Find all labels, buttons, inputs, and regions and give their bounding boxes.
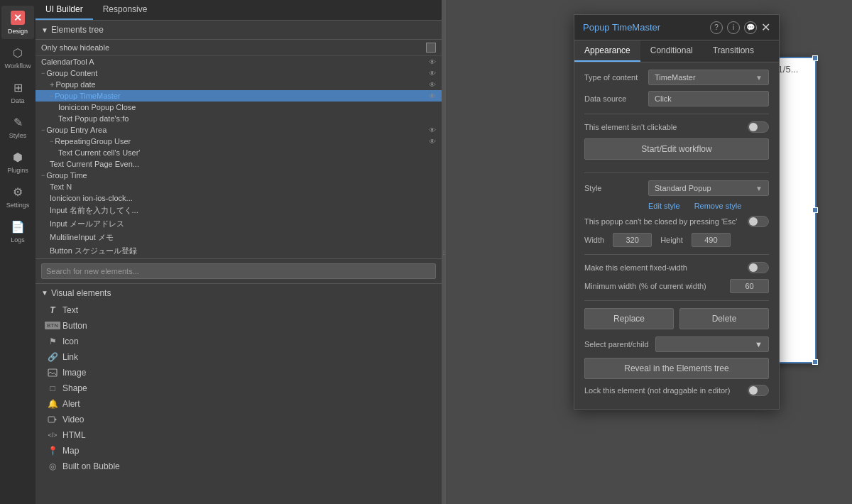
visibility-icon: 👁 (429, 58, 436, 66)
tree-item-group-time[interactable]: − Group Time (36, 170, 442, 181)
handle-mr[interactable] (812, 207, 818, 213)
tab-conditional[interactable]: Conditional (640, 40, 703, 62)
visual-item-video[interactable]: Video (36, 412, 442, 427)
search-input[interactable] (41, 263, 436, 279)
collapse-arrow: − (41, 172, 45, 179)
type-of-content-value: TimeMaster ▼ (648, 70, 769, 85)
select-parent-label: Select parent/child (584, 340, 655, 349)
comment-icon[interactable]: 💬 (744, 21, 757, 34)
width-label: Width (584, 236, 604, 244)
tree-item-button-schedule[interactable]: Button スケジュール登録 (36, 244, 442, 258)
plugins-icon: ⬢ (10, 149, 26, 165)
tree-item-popup-timemaster[interactable]: − Popup TimeMaster 👁 (36, 90, 442, 102)
visual-elements-list: T Text BTN Button ⚑ Icon 🔗 Link (36, 302, 442, 505)
divider-1 (584, 114, 769, 114)
visual-item-label: Image (62, 368, 86, 378)
sidebar-item-data[interactable]: ⊞ Data (1, 75, 34, 109)
tree-item-group-entry[interactable]: − Group Entry Area 👁 (36, 124, 442, 136)
visual-item-icon[interactable]: ⚑ Icon (36, 334, 442, 349)
tree-item-text-current-page[interactable]: Text Current Page Even... (36, 158, 442, 170)
handle-br[interactable] (812, 359, 818, 365)
not-clickable-toggle[interactable] (748, 121, 769, 133)
esc-toggle[interactable] (748, 216, 769, 227)
tree-item-group-content[interactable]: − Group Content 👁 (36, 67, 442, 79)
select-parent-arrow: ▼ (755, 340, 763, 349)
edit-style-link[interactable]: Edit style (648, 202, 680, 210)
handle-tr[interactable] (812, 55, 818, 61)
only-show-checkbox[interactable] (426, 43, 436, 53)
tree-item-label: Text Current Page Even... (50, 160, 139, 168)
tree-item-popup-date[interactable]: + Popup date 👁 (36, 79, 442, 90)
width-input[interactable] (613, 233, 652, 247)
tree-item-ionicicon-clock[interactable]: Ionicicon ion-ios-clock... (36, 192, 442, 204)
visual-item-text[interactable]: T Text (36, 302, 442, 318)
workflow-button[interactable]: Start/Edit workflow (584, 138, 769, 160)
tree-item-repeatinggroup[interactable]: − RepeatingGroup User 👁 (36, 136, 442, 147)
visual-item-html[interactable]: </> HTML (36, 427, 442, 443)
svg-rect-1 (48, 417, 55, 422)
tree-item-calendartool[interactable]: CalendarTool A 👁 (36, 56, 442, 67)
style-row: Style Standard Popup ▼ (584, 180, 769, 196)
visual-item-map[interactable]: 📍 Map (36, 443, 442, 459)
sidebar-item-workflow[interactable]: ⬡ Workflow (1, 40, 34, 74)
remove-style-link[interactable]: Remove style (694, 202, 742, 210)
tree-item-input-email[interactable]: Input メールアドレス (36, 217, 442, 231)
collapse-arrow: − (41, 126, 45, 133)
visual-item-shape[interactable]: □ Shape (36, 380, 442, 396)
data-source-label: Data source (584, 94, 648, 103)
tree-item-text-popup[interactable]: Text Popup date's:fo (36, 113, 442, 124)
icon-icon: ⚑ (47, 336, 58, 347)
tree-item-text-current-cell[interactable]: Text Current cell's User' (36, 147, 442, 158)
visual-item-alert[interactable]: 🔔 Alert (36, 396, 442, 412)
sidebar-item-plugins[interactable]: ⬢ Plugins (1, 145, 34, 178)
fixed-width-toggle[interactable] (748, 262, 769, 273)
tree-item-ionicicon-close[interactable]: Ionicicon Popup Close (36, 102, 442, 113)
replace-button[interactable]: Replace (584, 308, 674, 329)
visibility-icon: 👁 (429, 92, 436, 100)
min-width-input[interactable] (730, 279, 769, 293)
help-icon[interactable]: ? (710, 21, 723, 34)
style-dropdown-arrow: ▼ (755, 185, 763, 192)
elements-tree-header[interactable]: ▼ Elements tree (36, 21, 442, 40)
tree-item-label: Ionicicon Popup Close (58, 103, 136, 111)
visual-item-built-on-bubble[interactable]: ◎ Built on Bubble (36, 459, 442, 474)
tree-item-text-n[interactable]: Text N (36, 181, 442, 192)
tree-item-label: Button スケジュール登録 (50, 246, 137, 256)
sidebar-item-styles[interactable]: ✎ Styles (1, 110, 34, 143)
modal-title-name: TimeMaster (612, 22, 660, 33)
lock-toggle[interactable] (748, 385, 769, 396)
type-of-content-dropdown[interactable]: TimeMaster ▼ (648, 70, 769, 85)
reveal-button[interactable]: Reveal in the Elements tree (584, 358, 769, 379)
data-icon: ⊞ (10, 80, 26, 95)
sidebar-item-logs[interactable]: 📄 Logs (1, 214, 34, 248)
visual-item-link[interactable]: 🔗 Link (36, 349, 442, 365)
tab-appearance[interactable]: Appearance (574, 40, 640, 62)
fixed-width-row: Make this element fixed-width (584, 262, 769, 273)
sidebar-item-design[interactable]: ✕ Design (1, 6, 34, 39)
collapse-arrow: − (50, 92, 53, 99)
sidebar-item-settings[interactable]: ⚙ Settings (1, 180, 34, 213)
visual-elements-header[interactable]: ▼ Visual elements (36, 284, 442, 302)
tab-transitions[interactable]: Transitions (703, 40, 764, 62)
info-icon[interactable]: i (727, 21, 740, 34)
visual-item-button[interactable]: BTN Button (36, 318, 442, 334)
data-source-btn[interactable]: Click (648, 91, 769, 106)
tree-item-label: MultilineInput メモ (50, 232, 114, 243)
delete-button[interactable]: Delete (679, 308, 769, 329)
tab-responsive[interactable]: Responsive (93, 0, 158, 20)
modal-close-button[interactable]: ✕ (761, 21, 770, 34)
tree-item-multiline[interactable]: MultilineInput メモ (36, 231, 442, 244)
style-dropdown[interactable]: Standard Popup ▼ (648, 180, 769, 196)
modal-tabs: Appearance Conditional Transitions (574, 40, 779, 62)
tree-item-input-name[interactable]: Input 名前を入力してく... (36, 204, 442, 217)
collapse-arrow: − (50, 138, 53, 145)
tab-ui-builder[interactable]: UI Builder (36, 0, 93, 20)
visual-item-image[interactable]: Image (36, 365, 442, 380)
select-parent-dropdown[interactable]: ▼ (655, 336, 769, 352)
settings-label: Settings (6, 202, 30, 209)
modal-body: Type of content TimeMaster ▼ Data source… (574, 62, 779, 409)
dropdown-arrow: ▼ (755, 74, 763, 82)
tree-item-label: Popup TimeMaster (55, 92, 120, 100)
expand-icon: + (50, 80, 54, 89)
height-input[interactable] (692, 233, 731, 247)
